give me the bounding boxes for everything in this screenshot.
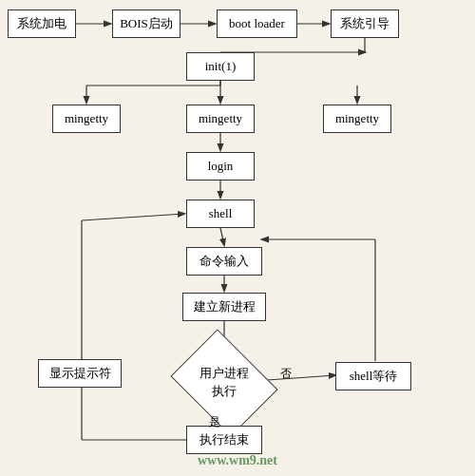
showprompt-box: 显示提示符 bbox=[38, 359, 122, 388]
power-box: 系统加电 bbox=[8, 10, 76, 38]
mingetty3-box: mingetty bbox=[323, 105, 391, 133]
shellwait-box: shell等待 bbox=[335, 362, 411, 390]
init-box: init(1) bbox=[186, 52, 255, 81]
execend-box: 执行结束 bbox=[186, 426, 262, 454]
sysguide-box: 系统引导 bbox=[331, 10, 399, 38]
user-proc-diamond: 用户进程执行 bbox=[177, 347, 272, 418]
mingetty1-box: mingetty bbox=[52, 105, 121, 133]
login-box: login bbox=[186, 152, 255, 181]
watermark: www.wm9.net bbox=[198, 453, 277, 468]
no-label: 否 bbox=[280, 366, 292, 382]
svg-line-13 bbox=[220, 228, 224, 245]
bootloader-box: boot loader bbox=[217, 10, 297, 38]
diagram: 系统加电 BOIS启动 boot loader 系统引导 init(1) min… bbox=[0, 0, 475, 476]
svg-line-23 bbox=[82, 214, 184, 220]
newproc-box: 建立新进程 bbox=[182, 293, 266, 321]
yes-label: 是 bbox=[209, 414, 220, 430]
cmdinput-box: 命令输入 bbox=[186, 247, 262, 276]
diamond-label: 用户进程执行 bbox=[200, 365, 249, 399]
shell-box: shell bbox=[186, 200, 255, 228]
svg-line-17 bbox=[267, 375, 335, 380]
bios-box: BOIS启动 bbox=[112, 10, 180, 38]
mingetty2-box: mingetty bbox=[186, 105, 255, 133]
